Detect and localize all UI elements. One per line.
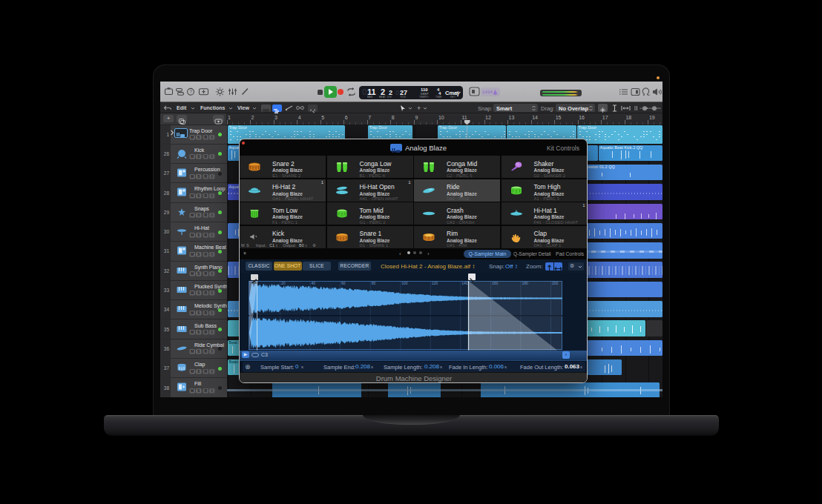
svg-text:M: M: [191, 154, 194, 159]
svg-text:R: R: [204, 330, 207, 334]
svg-text:R: R: [204, 271, 207, 276]
svg-text:M: M: [191, 311, 194, 315]
svg-text:R: R: [204, 233, 207, 237]
svg-text:M: M: [191, 330, 194, 334]
svg-text:M: M: [191, 174, 194, 179]
svg-text:M: M: [191, 135, 194, 139]
svg-text:R: R: [204, 369, 207, 374]
svg-text:M: M: [191, 388, 194, 393]
svg-text:M: M: [191, 193, 194, 198]
svg-text:R: R: [204, 388, 207, 393]
svg-text:M: M: [191, 233, 194, 237]
svg-text:R: R: [204, 213, 207, 217]
svg-text:R: R: [204, 154, 207, 159]
svg-text:M: M: [191, 252, 194, 256]
svg-text:R: R: [204, 311, 207, 315]
svg-text:M: M: [191, 369, 194, 374]
svg-text:R: R: [204, 291, 207, 295]
svg-text:R: R: [204, 252, 207, 256]
svg-text:R: R: [204, 193, 207, 198]
svg-text:M: M: [191, 213, 194, 217]
svg-text:R: R: [204, 174, 207, 179]
svg-text:R: R: [204, 135, 207, 139]
svg-text:R: R: [204, 349, 207, 354]
svg-text:M: M: [191, 291, 194, 295]
svg-text:?: ?: [189, 89, 192, 94]
svg-text:M: M: [191, 349, 194, 354]
svg-text:M: M: [191, 271, 194, 276]
